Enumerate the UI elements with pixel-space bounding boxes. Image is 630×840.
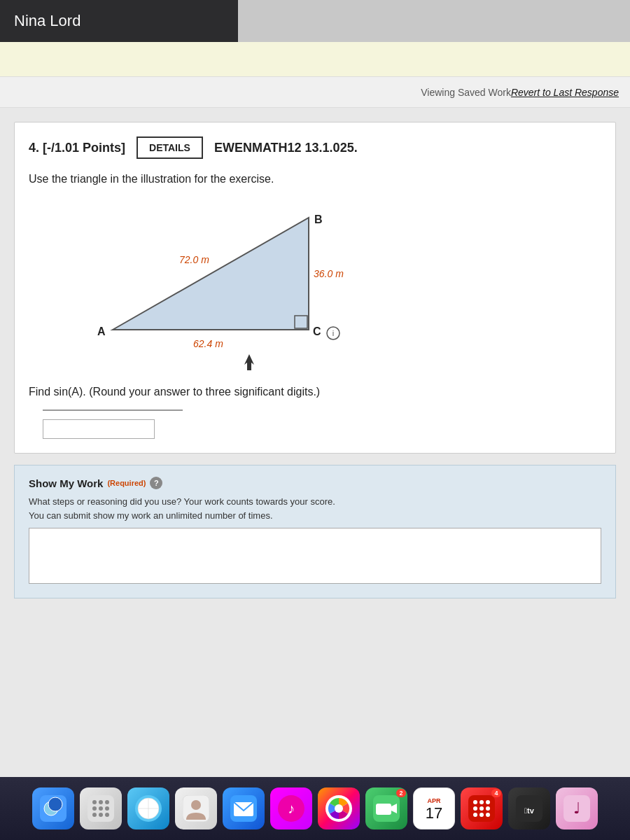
svg-point-7 — [92, 806, 97, 811]
svg-text:♪: ♪ — [288, 801, 295, 816]
photos-icon — [326, 795, 352, 822]
dock-item-tv[interactable]: tv — [508, 788, 550, 830]
side-ab-label: 72.0 m — [179, 254, 209, 265]
svg-point-4 — [92, 800, 97, 804]
facetime-badge: 2 — [396, 789, 406, 797]
vertex-a-label: A — [97, 326, 106, 337]
svg-point-26 — [335, 804, 343, 813]
cursor-icon — [244, 354, 254, 370]
svg-point-2 — [48, 797, 62, 811]
work-textarea[interactable] — [29, 528, 601, 584]
svg-point-39 — [486, 813, 490, 817]
revert-link[interactable]: Revert to Last Response — [511, 87, 619, 98]
dock-item-photos[interactable] — [318, 788, 360, 830]
show-work-desc2: You can submit show my work an unlimited… — [29, 509, 601, 523]
viewing-bar: Viewing Saved Work Revert to Last Respon… — [0, 77, 630, 108]
dock-item-facetime[interactable]: 2 — [365, 788, 407, 830]
svg-point-35 — [479, 806, 484, 811]
info-icon-text: i — [332, 329, 334, 337]
dock-item-itunes[interactable]: ♪ — [270, 788, 312, 830]
find-sin-text: Find sin(A). (Round your answer to three… — [29, 386, 601, 398]
viewing-text: Viewing Saved Work — [421, 87, 511, 98]
itunes-icon: ♪ — [278, 795, 304, 822]
calendar-month: APR — [427, 797, 440, 804]
svg-point-33 — [486, 800, 490, 804]
dots-icon — [468, 795, 495, 822]
dock-item-launchpad[interactable] — [80, 788, 122, 830]
question-header: 4. [-/1.01 Points] DETAILS EWENMATH12 13… — [29, 136, 601, 159]
svg-point-11 — [99, 813, 103, 817]
help-icon[interactable]: ? — [150, 477, 162, 489]
facetime-icon — [373, 795, 400, 822]
svg-rect-28 — [376, 804, 391, 815]
svg-point-31 — [473, 800, 477, 804]
svg-point-34 — [473, 806, 477, 811]
question-number: 4. [-/1.01 Points] — [29, 141, 125, 155]
svg-point-10 — [92, 813, 97, 817]
dock-item-contacts[interactable] — [175, 788, 217, 830]
answer-input[interactable] — [43, 419, 155, 439]
main-content: Viewing Saved Work Revert to Last Respon… — [0, 42, 630, 777]
title-bar: Nina Lord — [0, 0, 238, 42]
svg-point-37 — [473, 813, 477, 817]
svg-point-9 — [105, 806, 109, 811]
show-work-section: Show My Work (Required) ? What steps or … — [14, 465, 616, 598]
svg-point-32 — [479, 800, 484, 804]
safari-icon — [135, 795, 162, 822]
dots-badge: 4 — [491, 789, 501, 797]
show-work-desc1: What steps or reasoning did you use? You… — [29, 495, 601, 509]
triangle-svg: A B C 72.0 m 36.0 m 62.4 m i — [71, 197, 407, 379]
side-bc-label: 36.0 m — [314, 268, 344, 279]
vertex-c-label: C — [313, 326, 321, 337]
svg-point-8 — [99, 806, 103, 811]
dock-item-music[interactable]: ♩ — [556, 788, 598, 830]
tv-icon: tv — [516, 795, 542, 822]
svg-point-36 — [486, 806, 490, 811]
top-bar — [0, 42, 630, 77]
mail-icon — [230, 795, 257, 822]
question-instruction: Use the triangle in the illustration for… — [29, 173, 601, 186]
dock: ♪ 2 APR 17 — [0, 777, 630, 840]
dock-item-calendar[interactable]: APR 17 — [413, 788, 455, 830]
svg-point-20 — [191, 800, 201, 810]
side-ac-label: 62.4 m — [193, 338, 223, 349]
details-button[interactable]: DETAILS — [136, 136, 203, 159]
required-badge: (Required) — [107, 479, 146, 487]
svg-point-5 — [99, 800, 103, 804]
svg-point-6 — [105, 800, 109, 804]
finder-icon — [40, 795, 66, 822]
answer-area — [43, 410, 183, 439]
dock-item-dots[interactable]: 4 — [461, 788, 503, 830]
calendar-day: 17 — [426, 804, 442, 822]
contacts-icon — [183, 795, 209, 822]
svg-text:♩: ♩ — [573, 799, 580, 817]
music-icon: ♩ — [564, 795, 590, 822]
question-code: EWENMATH12 13.1.025. — [214, 141, 358, 155]
vertex-b-label: B — [314, 214, 323, 225]
svg-text:tv: tv — [524, 806, 535, 815]
svg-point-12 — [105, 813, 109, 817]
dock-item-finder[interactable] — [32, 788, 74, 830]
triangle-illustration: A B C 72.0 m 36.0 m 62.4 m i — [71, 197, 407, 379]
show-work-title: Show My Work — [29, 477, 103, 489]
dock-item-mail[interactable] — [223, 788, 265, 830]
triangle-shape — [113, 218, 309, 330]
launchpad-icon — [88, 795, 114, 822]
dock-item-safari[interactable] — [127, 788, 169, 830]
user-name: Nina Lord — [14, 12, 80, 30]
show-work-header: Show My Work (Required) ? — [29, 477, 601, 489]
question-container: 4. [-/1.01 Points] DETAILS EWENMATH12 13… — [14, 122, 616, 454]
svg-point-38 — [479, 813, 484, 817]
